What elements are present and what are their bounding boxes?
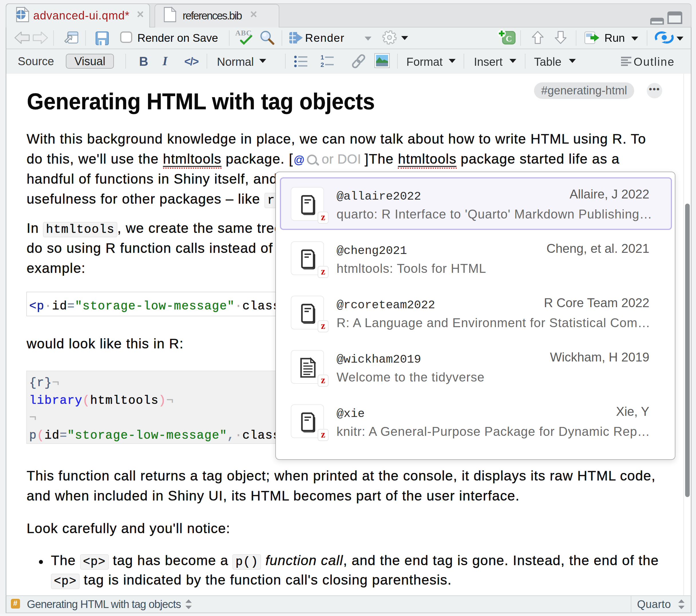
svg-text:C: C [506,34,512,43]
svg-text:1: 1 [320,54,324,61]
svg-text:2: 2 [320,61,324,68]
